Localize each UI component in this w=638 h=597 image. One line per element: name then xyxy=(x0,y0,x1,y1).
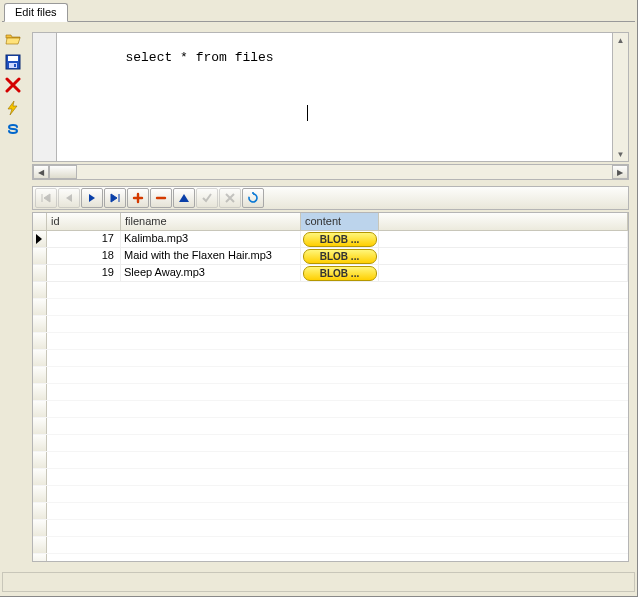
table-row[interactable]: 17Kalimba.mp3BLOB ... xyxy=(33,231,628,248)
refresh-icon xyxy=(247,192,259,204)
x-delete-icon xyxy=(5,77,21,93)
grid-header-filename[interactable]: filename xyxy=(121,213,301,230)
table-row-empty xyxy=(33,401,628,418)
blob-button[interactable]: BLOB ... xyxy=(303,232,377,247)
cell-rest xyxy=(379,231,628,247)
table-row-empty xyxy=(33,418,628,435)
nav-prev-icon xyxy=(63,192,75,204)
table-row-empty xyxy=(33,537,628,554)
col-content-label: content xyxy=(305,215,341,227)
table-row-empty xyxy=(33,503,628,520)
s-script-icon xyxy=(5,123,21,139)
tab-edit-files[interactable]: Edit files xyxy=(4,3,68,22)
table-row-empty xyxy=(33,316,628,333)
row-indicator xyxy=(33,452,47,468)
row-indicator xyxy=(33,554,47,561)
nav-prev-button[interactable] xyxy=(58,188,80,208)
navigator-toolbar xyxy=(32,186,629,210)
nav-add-button[interactable] xyxy=(127,188,149,208)
nav-edit-button[interactable] xyxy=(173,188,195,208)
row-indicator xyxy=(33,384,47,400)
cell-rest xyxy=(379,265,628,281)
sql-horizontal-scrollbar[interactable]: ◀ ▶ xyxy=(32,164,629,180)
cell-filename[interactable]: Kalimba.mp3 xyxy=(121,231,301,247)
sql-text-content: select * from files xyxy=(125,50,273,65)
save-button[interactable] xyxy=(4,53,22,71)
check-icon xyxy=(201,192,213,204)
cell-filename[interactable]: Sleep Away.mp3 xyxy=(121,265,301,281)
x-icon xyxy=(224,192,236,204)
nav-next-button[interactable] xyxy=(81,188,103,208)
scroll-thumb[interactable] xyxy=(49,165,77,179)
col-filename-label: filename xyxy=(125,215,167,227)
table-row-empty xyxy=(33,520,628,537)
scroll-track[interactable] xyxy=(77,165,612,179)
table-row-empty xyxy=(33,554,628,561)
row-indicator xyxy=(33,231,47,247)
text-caret-icon xyxy=(307,105,308,121)
blob-button[interactable]: BLOB ... xyxy=(303,266,377,281)
lightning-run-icon xyxy=(5,100,21,116)
grid-header-content[interactable]: content xyxy=(301,213,379,230)
minus-icon xyxy=(155,192,167,204)
scroll-left-button[interactable]: ◀ xyxy=(33,165,49,179)
table-row-empty xyxy=(33,350,628,367)
table-row[interactable]: 19Sleep Away.mp3BLOB ... xyxy=(33,265,628,282)
row-indicator xyxy=(33,316,47,332)
sql-gutter xyxy=(32,32,56,162)
row-indicator xyxy=(33,282,47,298)
table-row-empty xyxy=(33,299,628,316)
status-bar xyxy=(2,572,635,592)
scroll-right-button[interactable]: ▶ xyxy=(612,165,628,179)
row-indicator xyxy=(33,435,47,451)
tab-strip: Edit files xyxy=(2,2,635,22)
row-indicator xyxy=(33,265,47,281)
row-indicator xyxy=(33,367,47,383)
row-indicator xyxy=(33,520,47,536)
row-indicator xyxy=(33,486,47,502)
col-id-label: id xyxy=(51,215,60,227)
cell-id[interactable]: 18 xyxy=(47,248,121,264)
grid-body: 17Kalimba.mp3BLOB ...18Maid with the Fla… xyxy=(33,231,628,561)
row-indicator xyxy=(33,503,47,519)
floppy-save-icon xyxy=(5,54,21,70)
cell-content: BLOB ... xyxy=(301,248,379,264)
row-indicator xyxy=(33,401,47,417)
nav-next-icon xyxy=(86,192,98,204)
sql-vertical-scrollbar[interactable]: ▲ ▼ xyxy=(613,32,629,162)
nav-remove-button[interactable] xyxy=(150,188,172,208)
cell-id[interactable]: 17 xyxy=(47,231,121,247)
blob-button[interactable]: BLOB ... xyxy=(303,249,377,264)
nav-post-button[interactable] xyxy=(196,188,218,208)
app-window: Edit files xyxy=(0,0,638,597)
table-row-empty xyxy=(33,452,628,469)
scroll-down-icon[interactable]: ▼ xyxy=(613,147,628,161)
grid-header: id filename content xyxy=(33,213,628,231)
nav-first-button[interactable] xyxy=(35,188,57,208)
grid-header-id[interactable]: id xyxy=(47,213,121,230)
table-row-empty xyxy=(33,384,628,401)
cell-content: BLOB ... xyxy=(301,265,379,281)
row-indicator xyxy=(33,248,47,264)
sql-editor-container: select * from files ▲ ▼ xyxy=(32,32,629,162)
folder-open-icon xyxy=(5,31,21,47)
sql-editor[interactable]: select * from files xyxy=(56,32,613,162)
table-row[interactable]: 18Maid with the Flaxen Hair.mp3BLOB ... xyxy=(33,248,628,265)
nav-first-icon xyxy=(40,192,52,204)
scroll-up-icon[interactable]: ▲ xyxy=(613,33,628,47)
open-button[interactable] xyxy=(4,30,22,48)
delete-button[interactable] xyxy=(4,76,22,94)
grid-header-indicator xyxy=(33,213,47,230)
table-row-empty xyxy=(33,367,628,384)
triangle-up-icon xyxy=(178,192,190,204)
execute-button[interactable] xyxy=(4,99,22,117)
s-button[interactable] xyxy=(4,122,22,140)
cell-rest xyxy=(379,248,628,264)
cell-filename[interactable]: Maid with the Flaxen Hair.mp3 xyxy=(121,248,301,264)
nav-cancel-button[interactable] xyxy=(219,188,241,208)
nav-refresh-button[interactable] xyxy=(242,188,264,208)
cell-id[interactable]: 19 xyxy=(47,265,121,281)
table-row-empty xyxy=(33,333,628,350)
nav-last-button[interactable] xyxy=(104,188,126,208)
left-toolbar xyxy=(4,30,24,140)
